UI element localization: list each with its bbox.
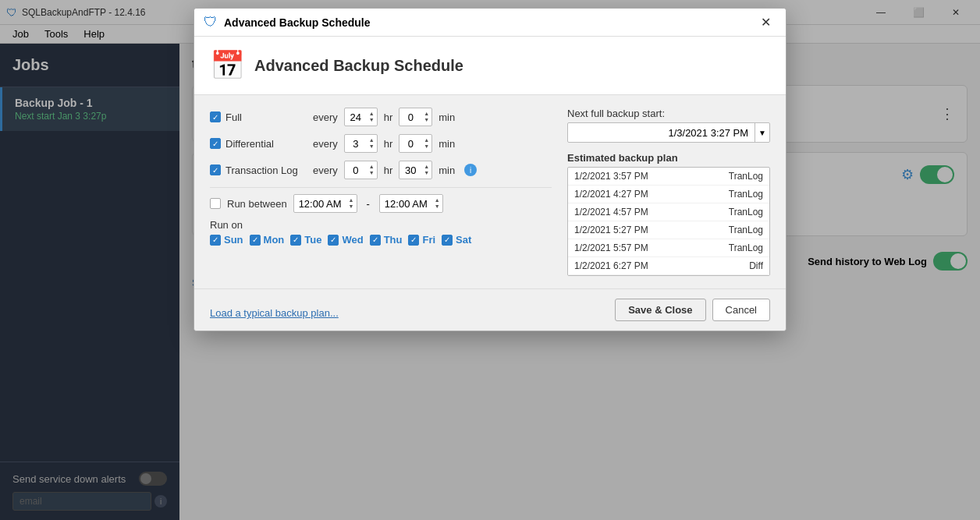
tranlog-min-up[interactable]: ▲ bbox=[421, 164, 431, 170]
full-min-input[interactable]: 0 ▲ ▼ bbox=[399, 108, 432, 126]
day-wed[interactable]: Wed bbox=[328, 234, 363, 246]
to-down[interactable]: ▼ bbox=[432, 203, 442, 210]
day-mon[interactable]: Mon bbox=[250, 234, 285, 246]
full-checkbox[interactable] bbox=[210, 111, 221, 122]
diff-min-up[interactable]: ▲ bbox=[421, 137, 431, 143]
to-up[interactable]: ▲ bbox=[432, 197, 442, 203]
days-row: Sun Mon Tue Wed bbox=[210, 234, 552, 246]
modal-title-bar: 🛡 Advanced Backup Schedule ✕ bbox=[194, 9, 786, 37]
tranlog-hr-down[interactable]: ▼ bbox=[367, 170, 377, 176]
day-fri[interactable]: Fri bbox=[408, 234, 435, 246]
diff-hr-down[interactable]: ▼ bbox=[367, 143, 377, 150]
modal-title-icon: 🛡 bbox=[204, 14, 218, 30]
full-checkbox-label: Full bbox=[210, 111, 304, 123]
full-hr-up[interactable]: ▲ bbox=[367, 111, 377, 117]
modal-header-title: Advanced Backup Schedule bbox=[254, 57, 463, 75]
full-hr-input[interactable]: 24 ▲ ▼ bbox=[344, 108, 378, 126]
plan-date-0: 1/2/2021 3:57 PM bbox=[574, 171, 648, 182]
footer-buttons: Save & Close Cancel bbox=[615, 299, 770, 321]
plan-item-1: 1/2/2021 4:27 PM TranLog bbox=[568, 186, 769, 203]
day-tue[interactable]: Tue bbox=[290, 234, 321, 246]
next-backup-label: Next full backup start: bbox=[567, 108, 770, 119]
day-thu[interactable]: Thu bbox=[370, 234, 403, 246]
from-down[interactable]: ▼ bbox=[346, 203, 357, 210]
modal-overlay: 🛡 Advanced Backup Schedule ✕ 📅 Advanced … bbox=[0, 0, 980, 520]
plan-type-4: TranLog bbox=[729, 242, 763, 253]
differential-label: Differential bbox=[225, 138, 274, 150]
separator-1 bbox=[210, 187, 552, 188]
full-backup-row: Full every 24 ▲ ▼ hr 0 ▲ bbox=[210, 108, 552, 126]
full-hr-down[interactable]: ▼ bbox=[367, 117, 377, 123]
full-hr-unit: hr bbox=[384, 111, 393, 123]
plan-type-3: TranLog bbox=[729, 225, 763, 235]
modal-title-text: Advanced Backup Schedule bbox=[224, 16, 748, 29]
day-sat[interactable]: Sat bbox=[442, 234, 471, 246]
run-on-label: Run on bbox=[210, 219, 552, 231]
differential-checkbox-label: Differential bbox=[210, 138, 304, 150]
tue-label: Tue bbox=[304, 234, 321, 246]
diff-min-input[interactable]: 0 ▲ ▼ bbox=[399, 134, 432, 153]
tranlog-hr-input[interactable]: 0 ▲ ▼ bbox=[344, 161, 378, 179]
next-backup-input[interactable]: 1/3/2021 3:27 PM ▼ bbox=[567, 122, 770, 143]
load-typical-link[interactable]: Load a typical backup plan... bbox=[210, 307, 339, 319]
run-between-checkbox[interactable] bbox=[210, 198, 221, 209]
thu-label: Thu bbox=[384, 234, 403, 246]
plan-type-1: TranLog bbox=[729, 189, 763, 200]
run-between-separator: - bbox=[364, 198, 373, 210]
tranlog-min-down[interactable]: ▼ bbox=[421, 170, 431, 176]
day-sun[interactable]: Sun bbox=[210, 234, 243, 246]
run-between-to[interactable]: 12:00 AM ▲ ▼ bbox=[379, 194, 443, 213]
diff-hr-up[interactable]: ▲ bbox=[367, 137, 377, 143]
differential-checkbox[interactable] bbox=[210, 138, 221, 149]
tranlog-every-label: every bbox=[313, 164, 338, 176]
modal-footer: Load a typical backup plan... Save & Clo… bbox=[194, 288, 786, 331]
tranlog-min-input[interactable]: 30 ▲ ▼ bbox=[399, 161, 432, 179]
tranlog-checkbox[interactable] bbox=[210, 164, 221, 175]
fri-checkbox[interactable] bbox=[408, 235, 419, 246]
estimated-plan-list: 1/2/2021 3:57 PM TranLog 1/2/2021 4:27 P… bbox=[567, 167, 770, 276]
tranlog-hr-value: 0 bbox=[345, 164, 367, 176]
save-close-button[interactable]: Save & Close bbox=[615, 299, 705, 321]
wed-checkbox[interactable] bbox=[328, 235, 339, 246]
full-min-down[interactable]: ▼ bbox=[421, 117, 431, 123]
differential-backup-row: Differential every 3 ▲ ▼ hr 0 ▲ bbox=[210, 134, 552, 153]
run-between-from[interactable]: 12:00 AM ▲ ▼ bbox=[293, 194, 357, 213]
next-backup-dropdown-arrow[interactable]: ▼ bbox=[755, 123, 769, 142]
plan-type-2: TranLog bbox=[729, 207, 763, 218]
diff-min-unit: min bbox=[439, 138, 455, 150]
full-label: Full bbox=[225, 111, 242, 123]
tue-checkbox[interactable] bbox=[290, 235, 301, 246]
cancel-button[interactable]: Cancel bbox=[712, 299, 770, 321]
diff-min-down[interactable]: ▼ bbox=[421, 143, 431, 150]
tranlog-min-value: 30 bbox=[399, 164, 421, 176]
run-between-from-value: 12:00 AM bbox=[294, 198, 346, 210]
tranlog-min-unit: min bbox=[439, 164, 455, 176]
diff-min-value: 0 bbox=[399, 138, 421, 150]
sat-checkbox[interactable] bbox=[442, 235, 453, 246]
mon-checkbox[interactable] bbox=[250, 235, 261, 246]
wed-label: Wed bbox=[342, 234, 363, 246]
modal-header-icon: 📅 bbox=[210, 49, 245, 82]
tranlog-hr-up[interactable]: ▲ bbox=[367, 164, 377, 170]
from-up[interactable]: ▲ bbox=[346, 197, 357, 203]
sat-label: Sat bbox=[456, 234, 471, 246]
plan-item-2: 1/2/2021 4:57 PM TranLog bbox=[568, 203, 769, 221]
full-min-up[interactable]: ▲ bbox=[421, 111, 431, 117]
diff-hr-value: 3 bbox=[345, 138, 367, 150]
modal-body: Full every 24 ▲ ▼ hr 0 ▲ bbox=[194, 95, 786, 288]
plan-item-5: 1/2/2021 6:27 PM Diff bbox=[568, 257, 769, 275]
tranlog-hr-unit: hr bbox=[384, 164, 393, 176]
fri-label: Fri bbox=[422, 234, 435, 246]
advanced-backup-schedule-modal: 🛡 Advanced Backup Schedule ✕ 📅 Advanced … bbox=[194, 8, 786, 331]
diff-hr-unit: hr bbox=[384, 138, 393, 150]
plan-date-5: 1/2/2021 6:27 PM bbox=[574, 260, 648, 271]
tranlog-backup-row: Transaction Log every 0 ▲ ▼ hr 30 bbox=[210, 161, 552, 179]
full-every-label: every bbox=[313, 111, 338, 123]
full-min-unit: min bbox=[439, 111, 455, 123]
diff-hr-input[interactable]: 3 ▲ ▼ bbox=[344, 134, 378, 153]
thu-checkbox[interactable] bbox=[370, 235, 381, 246]
modal-right-panel: Next full backup start: 1/3/2021 3:27 PM… bbox=[567, 108, 770, 276]
modal-close-button[interactable]: ✕ bbox=[755, 12, 776, 34]
tranlog-info-icon[interactable]: i bbox=[464, 164, 477, 176]
sun-checkbox[interactable] bbox=[210, 235, 221, 246]
